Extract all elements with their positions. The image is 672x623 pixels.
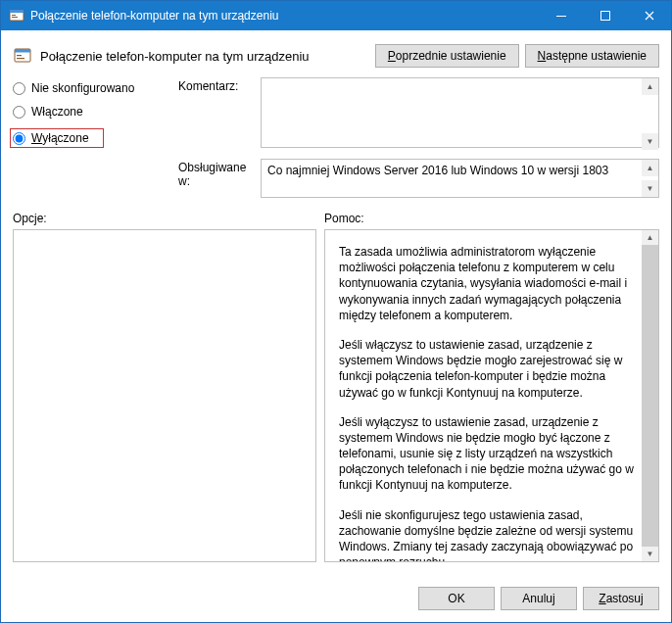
help-label: Pomoc: xyxy=(324,212,364,225)
help-panel: Ta zasada umożliwia administratorom wyłą… xyxy=(324,229,659,562)
scroll-down-icon[interactable]: ▼ xyxy=(642,133,658,150)
help-scrollbar[interactable]: ▲ ▼ xyxy=(642,230,658,561)
previous-setting-button[interactable]: Poprzednie ustawienie xyxy=(375,44,519,68)
supported-field-wrap: Co najmniej Windows Server 2016 lub Wind… xyxy=(261,159,659,198)
svg-rect-3 xyxy=(12,17,18,18)
svg-rect-2 xyxy=(12,15,16,16)
maximize-button[interactable] xyxy=(583,1,627,30)
radio-not-configured-input[interactable] xyxy=(13,82,25,95)
radio-disabled[interactable]: Wyłączone xyxy=(10,128,104,148)
svg-rect-4 xyxy=(556,16,566,17)
state-radios: Nie skonfigurowano Włączone Wyłączone xyxy=(13,77,174,158)
header-row: Połączenie telefon-komputer na tym urząd… xyxy=(13,44,659,68)
cancel-button[interactable]: Anuluj xyxy=(501,587,577,610)
options-panel xyxy=(13,229,316,562)
comment-scroll: ▲ ▼ xyxy=(642,78,658,150)
help-paragraph: Jeśli nie skonfigurujesz tego ustawienia… xyxy=(339,507,635,561)
radio-enabled-label: Włączone xyxy=(31,105,83,119)
titlebar: Połączenie telefon-komputer na tym urząd… xyxy=(1,1,671,30)
svg-rect-7 xyxy=(15,49,30,53)
scroll-up-icon[interactable]: ▲ xyxy=(642,230,658,245)
scroll-up-icon[interactable]: ▲ xyxy=(642,78,658,95)
window-controls xyxy=(539,1,671,30)
radio-enabled-input[interactable] xyxy=(13,106,25,119)
radio-not-configured-label: Nie skonfigurowano xyxy=(31,81,134,95)
supported-text: Co najmniej Windows Server 2016 lub Wind… xyxy=(261,159,659,198)
comment-label: Komentarz: xyxy=(178,77,257,93)
app-icon xyxy=(9,8,24,24)
apply-button[interactable]: Zastosuj xyxy=(583,587,659,610)
svg-rect-1 xyxy=(10,10,24,13)
comment-textarea[interactable] xyxy=(261,77,659,148)
window-title: Połączenie telefon-komputer na tym urząd… xyxy=(30,9,539,23)
radio-enabled[interactable]: Włączone xyxy=(13,105,174,119)
nav-buttons: Poprzednie ustawienie Następne ustawieni… xyxy=(375,44,659,68)
radio-disabled-label: Wyłączone xyxy=(31,131,89,145)
lower-panels: Ta zasada umożliwia administratorom wyłą… xyxy=(13,229,659,567)
content-area: Połączenie telefon-komputer na tym urząd… xyxy=(1,30,671,577)
svg-rect-5 xyxy=(600,12,609,21)
svg-rect-9 xyxy=(17,58,24,59)
help-paragraph: Ta zasada umożliwia administratorom wyłą… xyxy=(339,244,635,323)
radio-not-configured[interactable]: Nie skonfigurowano xyxy=(13,81,174,95)
scroll-down-icon[interactable]: ▼ xyxy=(642,180,658,197)
next-setting-button[interactable]: Następne ustawienie xyxy=(525,44,659,68)
options-label: Opcje: xyxy=(13,212,324,225)
scroll-up-icon[interactable]: ▲ xyxy=(642,160,658,176)
minimize-button[interactable] xyxy=(539,1,583,30)
radio-disabled-input[interactable] xyxy=(13,132,25,145)
supported-label: Obsługiwane w: xyxy=(178,159,257,188)
gpo-dialog: Połączenie telefon-komputer na tym urząd… xyxy=(0,0,672,623)
supported-scroll: ▲ ▼ xyxy=(642,160,658,197)
dialog-footer: OK Anuluj Zastosuj xyxy=(1,577,671,622)
policy-icon xyxy=(13,46,32,66)
page-title: Połączenie telefon-komputer na tym urząd… xyxy=(40,49,367,64)
help-text: Ta zasada umożliwia administratorom wyłą… xyxy=(325,230,658,561)
help-paragraph: Jeśli wyłączysz to ustawienie zasad, urz… xyxy=(339,414,635,494)
svg-rect-8 xyxy=(17,55,22,56)
close-button[interactable] xyxy=(627,1,671,30)
ok-button[interactable]: OK xyxy=(418,587,495,610)
scrollbar-thumb[interactable] xyxy=(642,245,658,546)
main-grid: Nie skonfigurowano Włączone Wyłączone Ko… xyxy=(13,77,659,198)
comment-field-wrap: ▲ ▼ xyxy=(261,77,659,151)
lower-labels: Opcje: Pomoc: xyxy=(13,212,659,225)
scroll-down-icon[interactable]: ▼ xyxy=(642,547,658,561)
help-paragraph: Jeśli włączysz to ustawienie zasad, urzą… xyxy=(339,337,635,401)
